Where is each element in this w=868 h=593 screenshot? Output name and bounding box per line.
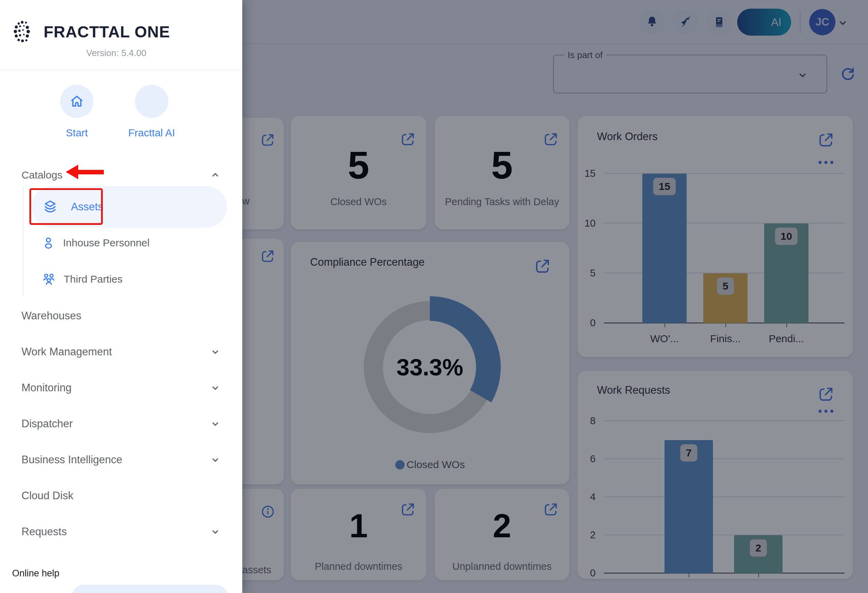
sidebar-item-label: Dispatcher [21,417,73,430]
sidebar-item-start[interactable]: Start [42,85,111,139]
brand-name: FRACTTAL ONE [44,22,170,41]
chevron-up-icon [210,170,221,181]
people-icon [41,271,57,287]
sidebar-item-label: Warehouses [21,310,81,322]
sidebar-item-third-parties[interactable]: Third Parties [41,271,123,287]
sidebar-item-work-management[interactable]: Work Management [21,342,221,361]
chevron-down-icon [210,346,221,357]
sidebar-item-label: Start [42,127,111,139]
sidebar-item-cloud-disk[interactable]: Cloud Disk [21,486,221,506]
annotation-box [30,188,103,225]
chevron-down-icon [210,526,221,537]
sidebar-item-business-intelligence[interactable]: Business Intelligence [21,450,221,469]
fracttal-logo-icon [12,19,36,44]
sidebar-item-fracttal-ai[interactable]: Fracttal AI [117,85,186,139]
sidebar-item-monitoring[interactable]: Monitoring [21,378,221,398]
sidebar-item-inhouse-personnel[interactable]: Inhouse Personnel [41,235,149,251]
drawer-bottom-pill[interactable] [72,585,228,593]
sidebar-item-label: Third Parties [64,273,123,285]
sidebar-item-label: Fracttal AI [117,127,186,139]
chevron-down-icon [210,454,221,465]
brand: FRACTTAL ONE [12,19,170,44]
drawer-divider [0,69,242,70]
sidebar-item-label: Work Management [21,346,112,358]
app-version: Version: 5.4.00 [33,48,199,59]
sidebar-item-label: Requests [21,525,67,538]
submenu-indent-line [23,187,24,295]
person-icon [41,235,56,251]
sidebar-item-label: Cloud Disk [21,490,73,502]
chevron-down-icon [210,382,221,393]
sidebar-item-label: Inhouse Personnel [63,237,149,249]
sidebar-item-warehouses[interactable]: Warehouses [21,306,221,326]
fracttal-app: AI JC Is part of [0,0,868,593]
sidebar-group-catalogs[interactable]: Catalogs [21,165,221,185]
sidebar-item-dispatcher[interactable]: Dispatcher [21,414,221,434]
sidebar-item-label: Business Intelligence [21,454,122,466]
chevron-down-icon [210,418,221,429]
sidebar-item-requests[interactable]: Requests [21,522,221,541]
fracttal-ai-circle [135,85,168,118]
sidebar-item-label: Monitoring [21,382,72,394]
online-help-link[interactable]: Online help [12,568,59,579]
navigation-drawer: FRACTTAL ONE Version: 5.4.00 Start Fract… [0,0,242,593]
annotation-arrow [66,165,104,179]
group-label: Catalogs [21,169,62,181]
home-icon [69,93,85,109]
